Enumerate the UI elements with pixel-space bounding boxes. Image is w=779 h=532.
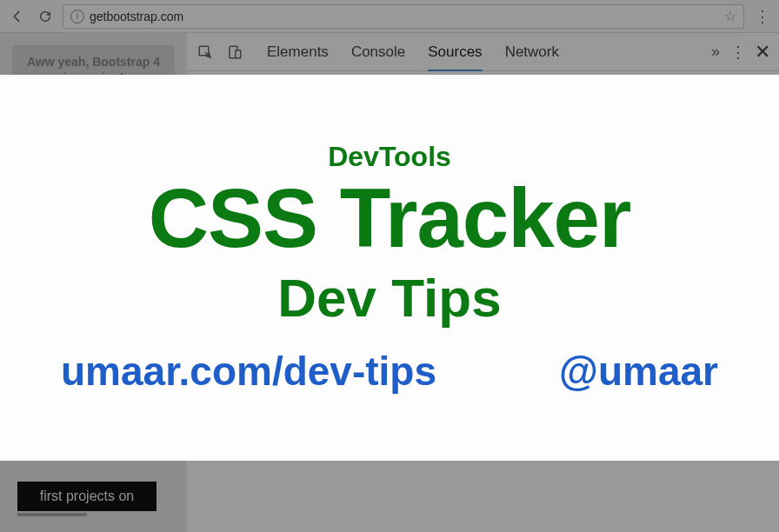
- card-link-site[interactable]: umaar.com/dev-tips: [61, 348, 436, 395]
- title-card: DevTools CSS Tracker Dev Tips umaar.com/…: [0, 75, 779, 461]
- card-subtitle: Dev Tips: [277, 267, 501, 329]
- card-eyebrow: DevTools: [328, 141, 451, 173]
- card-title: CSS Tracker: [149, 176, 631, 260]
- card-link-handle[interactable]: @umaar: [559, 348, 718, 395]
- card-links-row: umaar.com/dev-tips @umaar: [52, 348, 727, 395]
